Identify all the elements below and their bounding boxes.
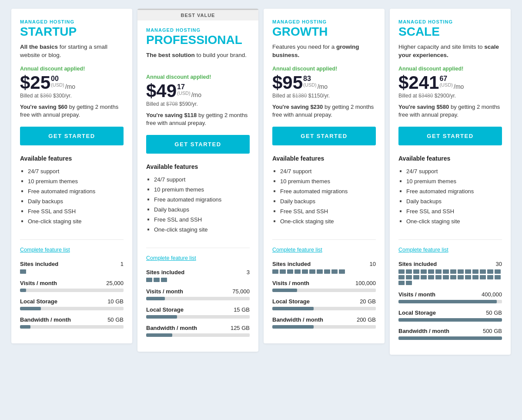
spec-storage-scale: Local Storage 50 GB <box>398 309 502 322</box>
billed-at-growth: Billed at $1380 $1150/yr. <box>272 93 376 99</box>
site-dot-scale-17 <box>421 275 427 279</box>
get-started-button-scale[interactable]: GET STARTED <box>398 127 502 145</box>
site-dot-growth-7 <box>324 269 330 274</box>
site-dot-professional-1 <box>154 278 160 282</box>
spec-storage-label-professional: Local Storage <box>146 306 184 313</box>
feature-item-scale-0: 24/7 support <box>398 166 502 176</box>
plan-card-growth: Managed HostingGrowthFeatures you need f… <box>264 9 385 343</box>
spec-bandwidth-bar-professional <box>146 333 250 337</box>
spec-bandwidth-growth: Bandwidth / month 200 GB <box>272 316 376 329</box>
price-cents-professional: 17 <box>177 84 191 91</box>
site-dot-scale-3 <box>421 269 427 274</box>
spec-visits-value-scale: 400,000 <box>482 291 502 298</box>
plan-card-scale: Managed HostingScaleHigher capacity and … <box>390 9 511 355</box>
spec-storage-fill-scale <box>398 318 502 322</box>
plan-subtitle-growth: Managed Hosting <box>272 19 376 24</box>
spec-sites-value-professional: 3 <box>247 269 250 276</box>
site-dot-scale-22 <box>458 275 464 279</box>
spec-visits-bar-professional <box>146 297 250 300</box>
site-dot-scale-27 <box>495 275 501 279</box>
feature-item-startup-0: 24/7 support <box>20 166 124 176</box>
spec-storage-bar-scale <box>398 318 502 322</box>
feature-item-growth-0: 24/7 support <box>272 166 376 176</box>
feature-item-startup-4: Free SSL and SSH <box>20 206 124 216</box>
site-dot-scale-11 <box>480 269 486 274</box>
spec-storage-professional: Local Storage 15 GB <box>146 306 250 319</box>
spec-visits-startup: Visits / month 25,000 <box>20 280 124 292</box>
spec-bandwidth-bar-growth <box>272 325 376 329</box>
spec-visits-fill-startup <box>20 289 26 292</box>
plan-description-startup: All the basics for starting a small webs… <box>20 43 124 60</box>
spec-bandwidth-fill-growth <box>272 325 314 329</box>
spec-bandwidth-startup: Bandwidth / month 50 GB <box>20 316 124 329</box>
spec-bandwidth-professional: Bandwidth / month 125 GB <box>146 325 250 337</box>
site-dot-growth-1 <box>280 269 286 274</box>
feature-item-growth-3: Daily backups <box>272 196 376 206</box>
feature-item-scale-3: Daily backups <box>398 196 502 206</box>
spec-sites-value-scale: 30 <box>496 261 502 267</box>
spec-bandwidth-label-professional: Bandwidth / month <box>146 325 197 331</box>
spec-visits-label-scale: Visits / month <box>398 291 435 298</box>
spec-visits-bar-growth <box>272 289 376 292</box>
price-whole-startup: $25 <box>20 74 50 92</box>
get-started-button-growth[interactable]: GET STARTED <box>272 127 376 145</box>
feature-item-scale-5: One-click staging site <box>398 216 502 226</box>
spec-sites-growth: Sites included 10 <box>272 261 376 274</box>
get-started-button-professional[interactable]: GET STARTED <box>146 135 250 154</box>
plan-description-professional: The best solution to build your brand. <box>146 51 250 68</box>
site-dot-professional-0 <box>146 278 152 282</box>
spec-sites-label-scale: Sites included <box>398 261 437 267</box>
feature-item-growth-4: Free SSL and SSH <box>272 206 376 216</box>
price-mo-startup: /mo <box>65 83 75 90</box>
complete-feature-link-growth[interactable]: Complete feature list <box>272 247 376 253</box>
complete-feature-link-professional[interactable]: Complete feature list <box>146 255 250 261</box>
spec-sites-startup: Sites included 1 <box>20 261 124 274</box>
site-dot-scale-14 <box>398 275 405 279</box>
get-started-button-startup[interactable]: GET STARTED <box>20 127 124 145</box>
plan-name-growth: Growth <box>272 25 376 39</box>
price-usd-growth: (USD) <box>303 82 317 88</box>
site-dot-growth-3 <box>294 269 301 274</box>
price-row-startup: $25 00 (USD) /mo <box>20 74 124 92</box>
available-features-title-growth: Available features <box>272 155 376 162</box>
complete-feature-link-scale[interactable]: Complete feature list <box>398 247 502 253</box>
spec-visits-scale: Visits / month 400,000 <box>398 291 502 303</box>
price-whole-scale: $241 <box>398 74 439 92</box>
savings-text-scale: You're saving $580 by getting 2 months f… <box>398 103 502 119</box>
spec-visits-fill-professional <box>146 297 165 300</box>
plan-description-growth: Features you need for a growing business… <box>272 43 376 60</box>
spec-visits-growth: Visits / month 100,000 <box>272 280 376 292</box>
spec-storage-value-growth: 20 GB <box>360 298 376 305</box>
price-detail-scale: 67 (USD) <box>439 75 453 88</box>
spec-storage-label-scale: Local Storage <box>398 309 436 316</box>
spec-visits-bar-startup <box>20 289 124 292</box>
feature-item-professional-3: Daily backups <box>146 205 250 215</box>
spec-visits-fill-growth <box>272 289 297 292</box>
plan-card-startup: Managed HostingStartupAll the basics for… <box>11 9 132 343</box>
site-dot-scale-7 <box>450 269 456 274</box>
price-detail-professional: 17 (USD) <box>177 84 191 96</box>
site-dot-scale-24 <box>472 275 478 279</box>
feature-item-professional-2: Free automated migrations <box>146 195 250 205</box>
site-dot-growth-8 <box>331 269 338 274</box>
plan-name-startup: Startup <box>20 25 124 39</box>
spec-bandwidth-label-scale: Bandwidth / month <box>398 328 449 334</box>
site-dot-growth-4 <box>302 269 308 274</box>
annual-discount-growth: Annual discount applied! <box>272 66 376 72</box>
plan-name-scale: Scale <box>398 25 502 39</box>
spec-visits-bar-scale <box>398 300 502 303</box>
complete-feature-link-startup[interactable]: Complete feature list <box>20 247 124 253</box>
plans-container: Managed HostingStartupAll the basics for… <box>9 9 513 355</box>
spec-sites-professional: Sites included 3 <box>146 269 250 282</box>
features-list-professional: 24/7 support10 premium themesFree automa… <box>146 175 250 235</box>
price-row-scale: $241 67 (USD) /mo <box>398 74 502 92</box>
price-cents-scale: 67 <box>439 75 453 82</box>
best-value-badge: BEST VALUE <box>137 10 258 20</box>
site-dot-professional-2 <box>161 278 167 282</box>
sites-dots-professional <box>146 278 250 282</box>
price-row-professional: $49 17 (USD) /mo <box>146 82 250 100</box>
savings-text-professional: You're saving $118 by getting 2 months f… <box>146 111 250 127</box>
price-row-growth: $95 83 (USD) /mo <box>272 74 376 92</box>
price-usd-startup: (USD) <box>51 82 64 88</box>
site-dot-scale-4 <box>428 269 434 274</box>
